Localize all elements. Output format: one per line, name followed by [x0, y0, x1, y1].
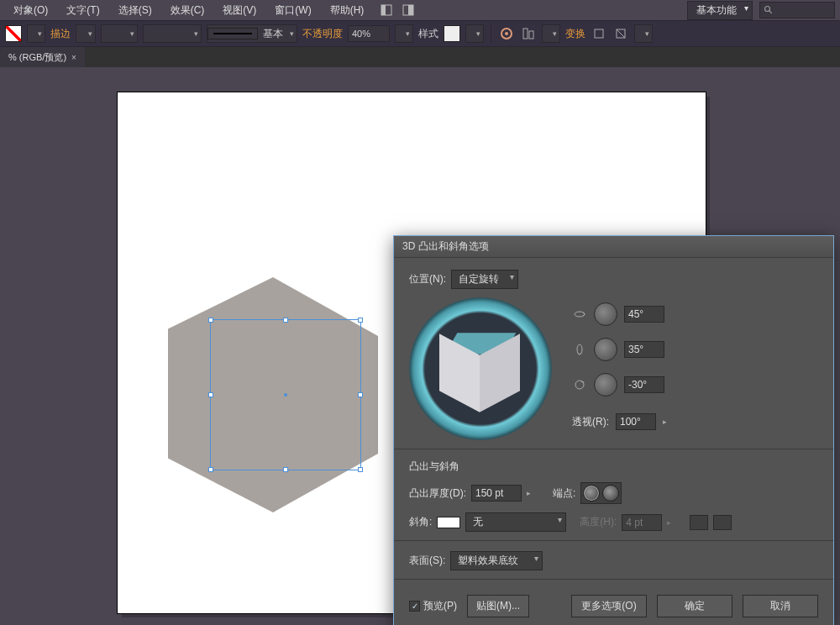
- menu-view[interactable]: 视图(V): [214, 1, 265, 20]
- menu-text[interactable]: 文字(T): [58, 1, 108, 20]
- bevel-preview-swatch: [437, 517, 460, 528]
- extrude-section-label: 凸出与斜角: [409, 460, 818, 474]
- stroke-color-dropdown[interactable]: [76, 24, 96, 43]
- 3d-preview-widget[interactable]: [409, 297, 552, 440]
- rotate-y-input[interactable]: [624, 341, 664, 358]
- transform-icon-2[interactable]: [612, 25, 629, 42]
- selection-handle[interactable]: [208, 318, 213, 323]
- position-label: 位置(N):: [409, 272, 446, 286]
- menu-object[interactable]: 对象(O): [5, 1, 56, 20]
- menu-help[interactable]: 帮助(H): [322, 1, 373, 20]
- svg-line-5: [769, 11, 772, 13]
- options-bar: 描边 基本 不透明度 样式 变换: [0, 20, 840, 47]
- document-tab[interactable]: % (RGB/预览) ×: [0, 47, 85, 67]
- close-tab-icon[interactable]: ×: [71, 53, 76, 62]
- align-dropdown[interactable]: [542, 24, 560, 43]
- menu-window[interactable]: 窗口(W): [266, 1, 319, 20]
- style-label: 样式: [418, 27, 438, 41]
- svg-point-4: [765, 7, 770, 12]
- perspective-label: 透视(R):: [572, 415, 609, 429]
- stroke-label: 描边: [50, 27, 71, 41]
- divider: [394, 579, 833, 580]
- fill-swatch[interactable]: [5, 25, 22, 42]
- depth-stepper-icon[interactable]: ▸: [527, 489, 531, 497]
- stroke-weight-dropdown[interactable]: [101, 24, 138, 43]
- selection-handle[interactable]: [283, 318, 288, 323]
- opacity-input[interactable]: [348, 25, 390, 42]
- map-art-button[interactable]: 贴图(M)...: [467, 595, 529, 617]
- svg-rect-1: [381, 5, 386, 15]
- align-icon[interactable]: [520, 25, 537, 42]
- surface-dropdown[interactable]: 塑料效果底纹: [450, 551, 543, 570]
- selection-handle[interactable]: [358, 392, 363, 397]
- transform-dropdown[interactable]: [634, 24, 653, 43]
- dialog-titlebar[interactable]: 3D 凸出和斜角选项: [394, 236, 833, 258]
- bevel-dropdown[interactable]: 无: [465, 512, 566, 532]
- cap-toggle: [580, 482, 622, 504]
- transform-label[interactable]: 变换: [565, 27, 585, 41]
- cap-on-button[interactable]: [583, 485, 600, 502]
- preview-checkbox[interactable]: ✓ 预览(P): [409, 599, 457, 613]
- selection-center: [284, 393, 287, 397]
- svg-point-7: [505, 32, 508, 35]
- selection-bounding-box[interactable]: [210, 319, 361, 470]
- svg-rect-3: [408, 5, 413, 15]
- perspective-stepper-icon[interactable]: ▸: [663, 418, 667, 426]
- svg-rect-8: [523, 29, 528, 39]
- bevel-height-label: 高度(H):: [580, 515, 617, 529]
- menubar: 对象(O) 文字(T) 选择(S) 效果(C) 视图(V) 窗口(W) 帮助(H…: [0, 0, 840, 20]
- dialog-title: 3D 凸出和斜角选项: [402, 239, 489, 254]
- svg-line-12: [617, 29, 625, 38]
- cap-off-button[interactable]: [602, 485, 619, 502]
- ok-button[interactable]: 确定: [657, 595, 732, 617]
- opacity-dropdown[interactable]: [395, 24, 413, 43]
- workspace-dropdown[interactable]: 基本功能: [687, 1, 753, 20]
- bevel-label: 斜角:: [409, 515, 432, 529]
- divider: [394, 540, 833, 541]
- height-stepper-icon: ▸: [667, 518, 671, 527]
- preview-cube: [443, 331, 518, 407]
- selection-handle[interactable]: [283, 467, 288, 472]
- 3d-extrude-bevel-dialog: 3D 凸出和斜角选项 位置(N): 自定旋转: [393, 235, 834, 625]
- fill-dropdown[interactable]: [27, 24, 45, 43]
- bevel-extent-out-icon: [713, 515, 732, 530]
- rotate-x-icon: [572, 307, 587, 322]
- selection-handle[interactable]: [208, 467, 213, 472]
- stroke-profile-dropdown[interactable]: [143, 24, 202, 43]
- bevel-height-input: [622, 514, 662, 531]
- selection-handle[interactable]: [208, 392, 213, 397]
- search-input[interactable]: [759, 2, 835, 18]
- perspective-input[interactable]: [616, 413, 656, 430]
- rotate-x-input[interactable]: [624, 306, 664, 323]
- screen-mode-icon[interactable]: [401, 3, 416, 18]
- recolor-icon[interactable]: [498, 25, 515, 42]
- divider: [394, 449, 833, 449]
- doc-arrange-icon[interactable]: [379, 3, 394, 18]
- graphic-style-swatch[interactable]: [444, 25, 460, 42]
- rotate-z-input[interactable]: [624, 376, 664, 393]
- brush-def-dropdown[interactable]: 基本: [207, 24, 297, 43]
- rotate-z-dial[interactable]: [594, 373, 617, 397]
- graphic-style-dropdown[interactable]: [465, 24, 484, 43]
- more-options-button[interactable]: 更多选项(O): [571, 595, 647, 617]
- rotate-y-dial[interactable]: [594, 338, 617, 361]
- separator: [491, 24, 491, 43]
- search-icon: [764, 5, 774, 15]
- selection-handle[interactable]: [358, 467, 363, 472]
- transform-icon-1[interactable]: [591, 25, 607, 42]
- surface-label: 表面(S):: [409, 554, 445, 568]
- bevel-extent-in-icon: [690, 515, 708, 530]
- cancel-button[interactable]: 取消: [743, 595, 818, 617]
- position-dropdown[interactable]: 自定旋转: [451, 270, 518, 289]
- depth-label: 凸出厚度(D):: [409, 486, 466, 501]
- depth-input[interactable]: [471, 485, 522, 502]
- preview-checkbox-label: 预览(P): [423, 599, 457, 613]
- cap-label: 端点:: [553, 486, 575, 501]
- document-tabs: % (RGB/预览) ×: [0, 47, 840, 67]
- rotate-x-dial[interactable]: [594, 302, 617, 326]
- menu-select[interactable]: 选择(S): [110, 1, 160, 20]
- selection-handle[interactable]: [358, 318, 363, 323]
- brush-def-label: 基本: [263, 27, 283, 41]
- svg-rect-10: [595, 29, 603, 38]
- menu-effect[interactable]: 效果(C): [162, 1, 213, 20]
